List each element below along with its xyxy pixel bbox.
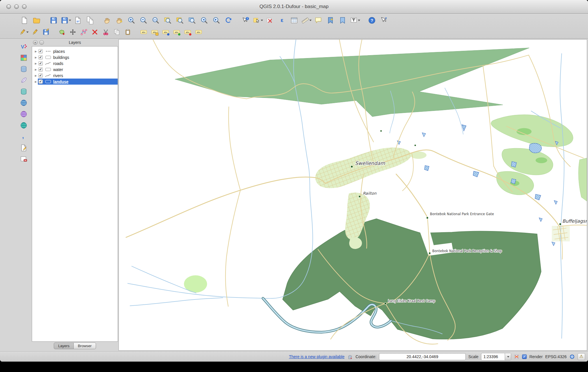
add-delimited-text-layer-button[interactable] — [18, 132, 29, 142]
attribute-table-button[interactable] — [288, 15, 300, 25]
expand-arrow-icon[interactable]: ▶ — [34, 74, 38, 77]
change-label-button[interactable] — [193, 27, 204, 37]
layer-label: buildings — [53, 55, 69, 60]
float-panel-button[interactable] — [39, 40, 44, 45]
map-render: Swellendam Railton Bontebok National Par… — [119, 40, 587, 350]
node-tool-button[interactable] — [78, 27, 89, 37]
add-postgis-layer-button[interactable] — [18, 64, 29, 74]
refresh-map-button[interactable] — [223, 15, 234, 25]
whats-this-button[interactable] — [378, 15, 390, 25]
zoom-window-button[interactable] — [22, 4, 27, 9]
text-annotation-button[interactable] — [349, 15, 361, 25]
expand-arrow-icon[interactable]: ▶ — [34, 50, 38, 53]
add-spatialite-layer-button[interactable] — [18, 75, 29, 85]
zoom-to-selection-button[interactable] — [174, 15, 186, 25]
layer-row-landuse[interactable]: ▶ ✓ landuse — [32, 79, 118, 85]
layer-row-rivers[interactable]: ▶ ✓ rivers — [32, 72, 118, 79]
field-calculator-button[interactable]: ε — [276, 15, 288, 25]
pan-map-button[interactable] — [101, 15, 113, 25]
add-wms-layer-button[interactable] — [18, 98, 29, 108]
composer-manager-button[interactable] — [84, 15, 96, 25]
highlight-pinned-labels-button[interactable] — [160, 27, 171, 37]
copy-features-button[interactable] — [111, 27, 122, 37]
render-checkbox[interactable]: ✓ — [522, 354, 527, 359]
save-project-as-button[interactable] — [60, 15, 72, 25]
layer-checkbox[interactable]: ✓ — [38, 55, 43, 59]
zoom-to-layer-button[interactable] — [186, 15, 198, 25]
labeling-options-button[interactable] — [138, 27, 149, 37]
delete-selected-button[interactable] — [89, 27, 100, 37]
save-edits-button[interactable] — [40, 27, 51, 37]
layer-row-water[interactable]: ▶ ✓ water — [32, 66, 118, 72]
layer-checkbox[interactable]: ✓ — [38, 79, 43, 84]
zoom-out-button[interactable] — [138, 15, 149, 25]
new-plugin-link[interactable]: There is a new plugin available — [289, 354, 344, 359]
farmland-polygon — [578, 158, 587, 201]
move-label-button[interactable] — [171, 27, 182, 37]
move-icon — [178, 33, 180, 36]
layer-row-roads[interactable]: ▶ ✓ roads — [32, 60, 118, 66]
layer-checkbox[interactable]: ✓ — [38, 61, 43, 66]
close-panel-button[interactable]: × — [33, 40, 38, 45]
layer-checkbox[interactable]: ✓ — [38, 67, 43, 72]
new-project-button[interactable] — [19, 15, 30, 25]
zoom-full-extent-button[interactable] — [162, 15, 174, 25]
layer-checkbox[interactable]: ✓ — [38, 73, 43, 78]
scale-value: 1:23396 — [481, 354, 505, 359]
new-bookmark-button[interactable] — [325, 15, 336, 25]
zoom-last-button[interactable] — [198, 15, 210, 25]
expand-arrow-icon[interactable]: ▶ — [34, 80, 38, 83]
plugin-icon[interactable] — [347, 354, 353, 360]
scale-combo[interactable]: 1:23396 — [481, 353, 511, 360]
pan-to-selection-button[interactable] — [113, 15, 125, 25]
log-messages-icon[interactable]: ⚠ — [578, 353, 585, 360]
zoom-in-button[interactable] — [125, 15, 137, 25]
cut-features-button[interactable] — [100, 27, 111, 37]
add-raster-layer-button[interactable] — [18, 53, 29, 63]
new-shapefile-layer-button[interactable] — [18, 143, 29, 153]
crs-status-icon[interactable] — [569, 354, 575, 360]
open-project-button[interactable] — [31, 15, 42, 25]
layer-row-places[interactable]: ▶ ✓ places — [32, 48, 118, 54]
add-feature-button[interactable] — [56, 27, 67, 37]
coordinate-input[interactable] — [379, 353, 466, 360]
measure-button[interactable] — [300, 15, 312, 25]
dropdown-arrow-icon — [26, 31, 29, 33]
scale-dropdown-button[interactable] — [505, 353, 511, 360]
add-wfs-layer-button[interactable] — [18, 120, 29, 130]
new-composer-button[interactable] — [72, 15, 84, 25]
map-tips-button[interactable] — [313, 15, 324, 25]
tab-layers[interactable]: Layers — [54, 343, 74, 349]
current-edits-button[interactable] — [19, 27, 29, 37]
identify-features-button[interactable] — [240, 15, 252, 25]
paste-features-button[interactable] — [122, 27, 133, 37]
minimize-button[interactable] — [14, 4, 19, 9]
pin-labels-button[interactable] — [149, 27, 160, 37]
polygon-layer-icon — [45, 55, 51, 59]
show-bookmarks-button[interactable] — [337, 15, 349, 25]
add-vector-layer-button[interactable] — [18, 42, 29, 51]
toggle-editing-button[interactable] — [29, 27, 40, 37]
deselect-features-button[interactable] — [264, 15, 276, 25]
layer-checkbox[interactable]: ✓ — [38, 49, 43, 53]
rotate-label-button[interactable] — [182, 27, 193, 37]
stop-render-icon[interactable] — [514, 354, 519, 360]
map-label-buffeljagsrivier: Buffeljagsrivier — [562, 218, 587, 224]
tab-browser[interactable]: Browser — [74, 343, 96, 349]
add-wcs-layer-button[interactable] — [18, 109, 29, 119]
select-features-button[interactable] — [252, 15, 264, 25]
remove-layer-button[interactable] — [18, 154, 29, 164]
expand-arrow-icon[interactable]: ▶ — [34, 56, 38, 59]
close-button[interactable] — [6, 4, 11, 9]
expand-arrow-icon[interactable]: ▶ — [34, 68, 38, 71]
help-button[interactable] — [366, 15, 378, 25]
map-canvas[interactable]: Swellendam Railton Bontebok National Par… — [119, 39, 587, 351]
zoom-next-button[interactable] — [210, 15, 222, 25]
layer-row-buildings[interactable]: ▶ ✓ buildings — [32, 54, 118, 60]
move-feature-button[interactable] — [67, 27, 78, 37]
zoom-native-button[interactable] — [150, 15, 162, 25]
title-bar[interactable]: QGIS 2.0.1-Dufour - basic_map — [0, 0, 588, 14]
add-mssql-layer-button[interactable] — [18, 87, 29, 96]
expand-arrow-icon[interactable]: ▶ — [34, 62, 38, 65]
save-project-button[interactable] — [48, 15, 60, 25]
